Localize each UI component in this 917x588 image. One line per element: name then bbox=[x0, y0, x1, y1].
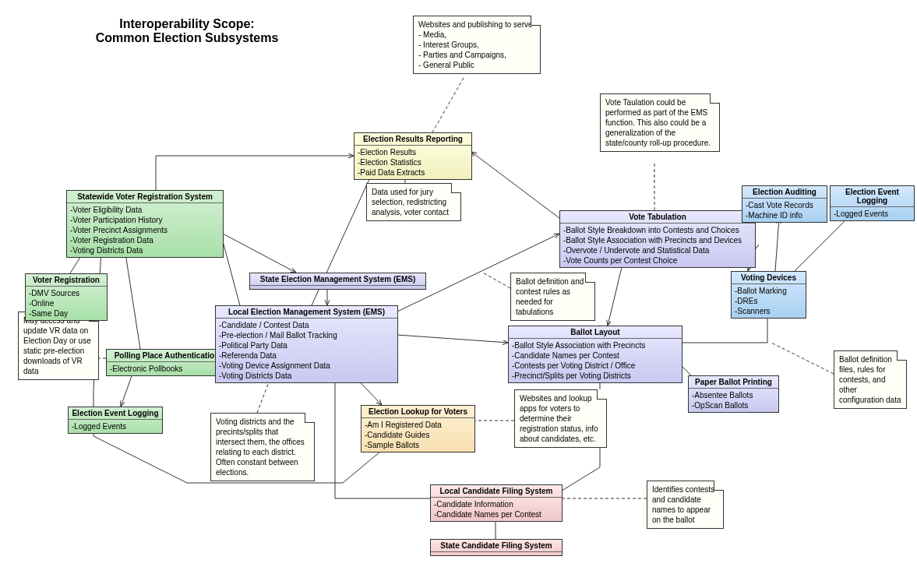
svg-line-7 bbox=[121, 374, 132, 407]
svg-line-0 bbox=[432, 78, 464, 132]
box-event-logging-left: Election Event Logging-Logged Events bbox=[68, 407, 163, 434]
box-voter-registration: Voter Registration-DMV Sources-Online-Sa… bbox=[25, 273, 108, 321]
box-ballot-layout: Ballot Layout-Ballot Style Association w… bbox=[508, 326, 682, 383]
svg-line-15 bbox=[483, 273, 510, 288]
svg-line-21 bbox=[608, 261, 623, 326]
box-paper-ballot-printing: Paper Ballot Printing-Absentee Ballots-O… bbox=[688, 375, 779, 413]
note-ballot-files: Ballot definition files, rules for conte… bbox=[834, 350, 907, 409]
svg-line-2 bbox=[223, 234, 296, 273]
note-jury: Data used for jury selection, redistrict… bbox=[366, 183, 461, 221]
box-results-reporting: Election Results Reporting-Election Resu… bbox=[354, 132, 472, 180]
box-lookup-voters: Election Lookup for Voters-Am I Register… bbox=[361, 405, 475, 452]
box-local-ems: Local Election Management System (EMS)-C… bbox=[215, 305, 398, 383]
note-publishing: Websites and publishing to serve- Media,… bbox=[413, 16, 541, 74]
box-event-logging-right: Election Event Logging-Logged Events bbox=[830, 185, 915, 221]
note-ballot-def: Ballot definition and contest rules as n… bbox=[510, 273, 595, 321]
box-state-ems: State Election Management System (EMS) bbox=[249, 273, 426, 290]
box-local-candidate-filing: Local Candidate Filing System-Candidate … bbox=[430, 484, 563, 522]
svg-line-5 bbox=[125, 248, 140, 349]
note-lookup: Websites and lookup apps for voters to d… bbox=[514, 389, 607, 448]
box-election-auditing: Election Auditing-Cast Vote Records-Mach… bbox=[742, 185, 827, 223]
note-voting-districts: Voting districts and the precints/splits… bbox=[210, 413, 315, 481]
svg-line-27 bbox=[771, 343, 834, 374]
box-svrs: Statewide Voter Registration System-Vote… bbox=[66, 190, 224, 258]
svg-line-19 bbox=[471, 152, 559, 218]
svg-line-3 bbox=[223, 241, 242, 312]
box-vote-tabulation: Vote Tabulation-Ballot Style Breakdown i… bbox=[559, 210, 756, 268]
note-identifies: Identifies contests and candidate names … bbox=[647, 481, 724, 529]
svg-line-24 bbox=[775, 218, 779, 271]
svg-line-13 bbox=[397, 335, 508, 343]
note-vr-access: May access and update VR data on Electio… bbox=[18, 312, 99, 380]
note-tabulation: Vote Taulation could be performed as par… bbox=[600, 93, 720, 152]
box-voting-devices: Voting Devices-Ballot Marking-DREs-Scann… bbox=[731, 271, 806, 319]
box-state-candidate-filing: State Candidate Filing System bbox=[430, 539, 563, 556]
box-polling-place-auth: Polling Place Authentication-Electronic … bbox=[106, 349, 227, 376]
